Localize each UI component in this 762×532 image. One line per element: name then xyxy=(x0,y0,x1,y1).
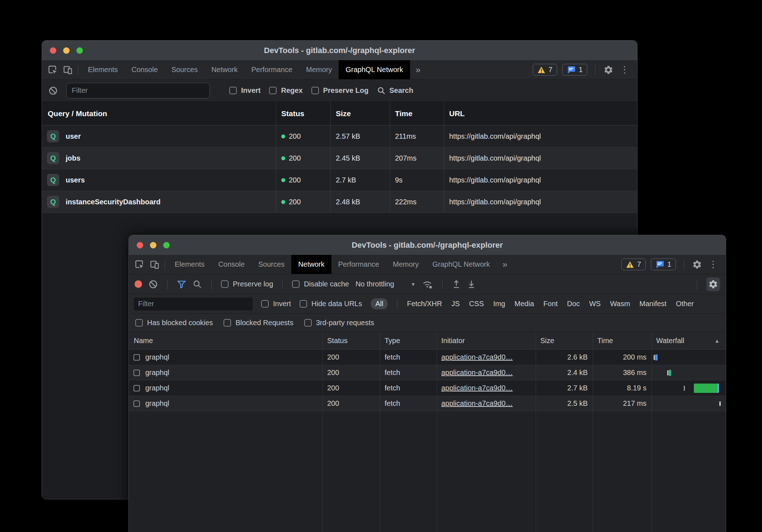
row-checkbox[interactable] xyxy=(133,370,140,376)
preserve-log-checkbox[interactable]: Preserve log xyxy=(221,280,273,288)
tab-console[interactable]: Console xyxy=(211,255,251,274)
column-header-query[interactable]: Query / Mutation xyxy=(42,102,276,125)
column-header-url[interactable]: URL xyxy=(444,102,637,125)
hide-data-urls-checkbox[interactable]: Hide data URLs xyxy=(300,300,362,308)
filter-input[interactable] xyxy=(66,83,210,99)
column-header-waterfall[interactable]: Waterfall ▲ xyxy=(652,332,726,349)
invert-checkbox[interactable]: Invert xyxy=(261,300,291,308)
table-row[interactable]: graphql 200 fetch application-a7ca9d0… 2… xyxy=(129,365,726,380)
column-header-size[interactable]: Size xyxy=(536,332,593,349)
more-options-icon[interactable]: ⋮ xyxy=(618,64,631,75)
checkbox[interactable] xyxy=(135,319,143,327)
initiator-link[interactable]: application-a7ca9d0… xyxy=(441,353,513,361)
throttling-select[interactable]: No throttling ▼ xyxy=(356,280,416,288)
clear-icon[interactable] xyxy=(149,280,158,289)
checkbox[interactable] xyxy=(261,300,269,308)
chip-js[interactable]: JS xyxy=(451,300,460,308)
third-party-requests-checkbox[interactable]: 3rd-party requests xyxy=(304,319,374,327)
tab-graphql-network[interactable]: GraphQL Network xyxy=(425,255,497,274)
tab-performance[interactable]: Performance xyxy=(245,60,300,79)
column-header-time[interactable]: Time xyxy=(390,102,444,125)
minimize-button[interactable] xyxy=(63,47,70,54)
column-header-initiator[interactable]: Initiator xyxy=(437,332,536,349)
clear-icon[interactable] xyxy=(48,86,58,95)
filter-input[interactable] xyxy=(134,298,253,310)
preserve-log-checkbox[interactable]: Preserve Log xyxy=(311,86,369,95)
settings-gear-icon[interactable] xyxy=(603,65,613,75)
chip-ws[interactable]: WS xyxy=(589,300,601,308)
table-row[interactable]: Qusers 200 2.7 kB 9s https://gitlab.com/… xyxy=(42,169,637,191)
titlebar[interactable]: DevTools - gitlab.com/-/graphql-explorer xyxy=(42,41,637,60)
table-row[interactable]: QinstanceSecurityDashboard 200 2.48 kB 2… xyxy=(42,191,637,213)
device-toolbar-icon[interactable] xyxy=(63,65,73,75)
chip-img[interactable]: Img xyxy=(493,300,505,308)
initiator-link[interactable]: application-a7ca9d0… xyxy=(441,399,513,408)
table-row[interactable]: Quser 200 2.57 kB 211ms https://gitlab.c… xyxy=(42,125,637,147)
column-header-status[interactable]: Status xyxy=(323,332,380,349)
record-button[interactable] xyxy=(135,280,142,288)
invert-checkbox[interactable]: Invert xyxy=(229,86,260,95)
chip-manifest[interactable]: Manifest xyxy=(639,300,667,308)
checkbox[interactable] xyxy=(300,300,307,308)
tab-network[interactable]: Network xyxy=(291,255,331,274)
table-row[interactable]: graphql 200 fetch application-a7ca9d0… 2… xyxy=(129,396,726,411)
tab-memory[interactable]: Memory xyxy=(299,60,339,79)
column-header-name[interactable]: Name xyxy=(129,332,323,349)
row-checkbox[interactable] xyxy=(133,385,140,391)
chip-doc[interactable]: Doc xyxy=(567,300,580,308)
tab-sources[interactable]: Sources xyxy=(251,255,291,274)
warnings-badge[interactable]: 7 xyxy=(533,64,557,76)
table-row[interactable]: graphql 200 fetch application-a7ca9d0… 2… xyxy=(129,380,726,396)
inspect-element-icon[interactable] xyxy=(48,65,58,75)
checkbox[interactable] xyxy=(292,280,300,288)
chip-wasm[interactable]: Wasm xyxy=(610,300,630,308)
tab-elements[interactable]: Elements xyxy=(81,60,124,79)
tab-performance[interactable]: Performance xyxy=(331,255,386,274)
settings-gear-icon[interactable] xyxy=(692,260,702,270)
search-icon[interactable] xyxy=(193,280,202,289)
tab-graphql-network[interactable]: GraphQL Network xyxy=(339,60,410,79)
checkbox[interactable] xyxy=(311,87,319,94)
warnings-badge[interactable]: 7 xyxy=(621,258,646,270)
row-checkbox[interactable] xyxy=(133,400,140,407)
chip-all[interactable]: All xyxy=(371,298,388,309)
device-toolbar-icon[interactable] xyxy=(150,260,160,270)
checkbox[interactable] xyxy=(221,280,229,288)
has-blocked-cookies-checkbox[interactable]: Has blocked cookies xyxy=(135,319,213,327)
table-row[interactable]: graphql 200 fetch application-a7ca9d0… 2… xyxy=(129,350,726,365)
chip-font[interactable]: Font xyxy=(544,300,558,308)
tab-elements[interactable]: Elements xyxy=(168,255,211,274)
column-header-time[interactable]: Time xyxy=(593,332,652,349)
chip-media[interactable]: Media xyxy=(514,300,534,308)
network-conditions-icon[interactable] xyxy=(422,279,433,289)
tab-sources[interactable]: Sources xyxy=(165,60,204,79)
row-checkbox[interactable] xyxy=(133,354,140,361)
zoom-button[interactable] xyxy=(76,47,83,54)
more-tabs-icon[interactable]: » xyxy=(410,60,426,79)
export-har-icon[interactable] xyxy=(467,280,476,289)
column-header-type[interactable]: Type xyxy=(380,332,437,349)
checkbox[interactable] xyxy=(229,87,237,94)
zoom-button[interactable] xyxy=(163,242,170,248)
checkbox[interactable] xyxy=(269,87,277,94)
close-button[interactable] xyxy=(137,242,143,248)
filter-funnel-icon[interactable] xyxy=(177,280,186,289)
chip-css[interactable]: CSS xyxy=(469,300,484,308)
checkbox[interactable] xyxy=(224,319,231,327)
inspect-element-icon[interactable] xyxy=(135,260,145,270)
chip-other[interactable]: Other xyxy=(676,300,694,308)
table-row[interactable]: Qjobs 200 2.45 kB 207ms https://gitlab.c… xyxy=(42,147,637,169)
tab-memory[interactable]: Memory xyxy=(386,255,425,274)
initiator-link[interactable]: application-a7ca9d0… xyxy=(441,384,513,392)
search-control[interactable]: Search xyxy=(377,86,413,95)
blocked-requests-checkbox[interactable]: Blocked Requests xyxy=(224,319,293,327)
close-button[interactable] xyxy=(50,47,56,54)
column-header-status[interactable]: Status xyxy=(276,102,331,125)
minimize-button[interactable] xyxy=(150,242,156,248)
issues-badge[interactable]: 1 xyxy=(562,64,587,76)
initiator-link[interactable]: application-a7ca9d0… xyxy=(441,369,513,377)
more-tabs-icon[interactable]: » xyxy=(497,255,513,274)
more-options-icon[interactable]: ⋮ xyxy=(707,259,719,270)
checkbox[interactable] xyxy=(304,319,312,327)
tab-network[interactable]: Network xyxy=(204,60,244,79)
